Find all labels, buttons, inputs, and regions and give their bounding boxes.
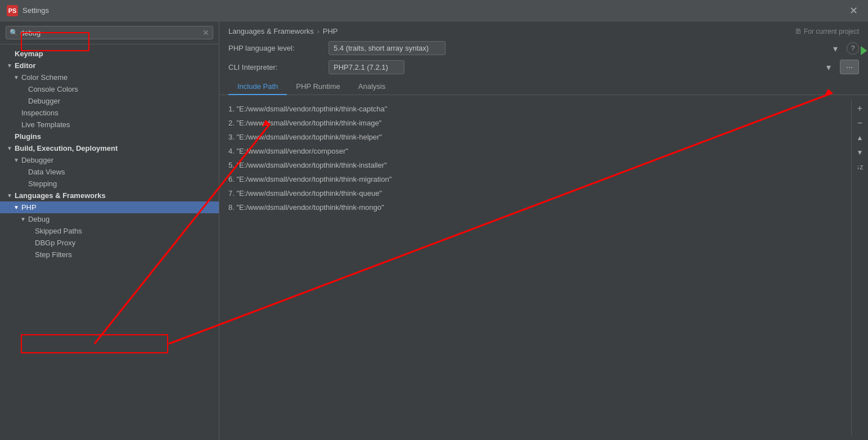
- cli-interpreter-label: CLI Interpreter:: [228, 63, 324, 71]
- include-path-item[interactable]: 2. "E:/www/dsmall/vendor/topthink/think-…: [219, 116, 851, 130]
- cli-interpreter-select[interactable]: PHP7.2.1 (7.2.1): [329, 60, 404, 74]
- sidebar-item-editor[interactable]: ▼ Editor: [0, 60, 219, 71]
- include-list-area: 1. "E:/www/dsmall/vendor/topthink/think-…: [219, 95, 868, 440]
- help-button[interactable]: ?: [847, 42, 859, 55]
- sidebar-tree: Keymap▼ Editor▼ Color SchemeConsole Colo…: [0, 44, 219, 440]
- include-path-item[interactable]: 8. "E:/www/dsmall/vendor/topthink/think-…: [219, 200, 851, 214]
- title-bar: PS Settings ✕: [0, 0, 868, 21]
- main-panel: Languages & Frameworks › PHP 🖹 For curre…: [219, 21, 868, 440]
- sidebar-item-debugger-build[interactable]: ▼ Debugger: [0, 154, 219, 166]
- for-project-label: For current project: [804, 28, 859, 35]
- remove-path-button[interactable]: −: [853, 116, 867, 130]
- sidebar-item-languages-frameworks[interactable]: ▼ Languages & Frameworks: [0, 190, 219, 201]
- sidebar-item-label-data-views: Data Views: [28, 168, 219, 176]
- sidebar-item-label-skipped-paths: Skipped Paths: [35, 227, 209, 235]
- panel-header: Languages & Frameworks › PHP 🖹 For curre…: [219, 21, 868, 95]
- tabs-row: Include PathPHP RuntimeAnalysis: [228, 79, 859, 95]
- close-button[interactable]: ✕: [846, 3, 861, 18]
- include-path-list: 1. "E:/www/dsmall/vendor/topthink/think-…: [219, 100, 851, 435]
- search-bar: 🔍 ✕: [0, 21, 219, 44]
- sidebar-item-label-build-execution: Build, Execution, Deployment: [15, 144, 219, 152]
- sidebar-item-live-templates[interactable]: Live Templates: [0, 119, 219, 131]
- sidebar-item-data-views[interactable]: Data Views: [0, 166, 219, 178]
- sidebar-item-label-step-filters: Step Filters: [35, 250, 219, 259]
- cli-interpreter-row: CLI Interpreter: PHP7.2.1 (7.2.1) ···: [228, 60, 859, 74]
- sidebar-item-color-scheme[interactable]: ▼ Color Scheme: [0, 71, 219, 83]
- include-path-item[interactable]: 6. "E:/www/dsmall/vendor/topthink/think-…: [219, 172, 851, 186]
- php-language-level-row: PHP language level: 5.4 (traits, short a…: [228, 41, 859, 55]
- breadcrumb-row: Languages & Frameworks › PHP 🖹 For curre…: [228, 27, 859, 35]
- breadcrumb-sep: ›: [317, 28, 320, 35]
- include-path-item[interactable]: 7. "E:/www/dsmall/vendor/topthink/think-…: [219, 186, 851, 200]
- include-path-item[interactable]: 4. "E:/www/dsmall/vendor/composer": [219, 144, 851, 158]
- sidebar-item-debugger-editor[interactable]: Debugger: [0, 95, 219, 107]
- app-icon: PS: [7, 5, 18, 16]
- sidebar-item-label-plugins: Plugins: [15, 132, 219, 141]
- include-path-item[interactable]: 3. "E:/www/dsmall/vendor/topthink/think-…: [219, 130, 851, 144]
- sidebar-item-label-editor: Editor: [15, 61, 219, 70]
- sidebar: 🔍 ✕ Keymap▼ Editor▼ Color SchemeConsole …: [0, 21, 219, 440]
- breadcrumb-part1: Languages & Frameworks: [228, 27, 314, 35]
- sidebar-item-build-execution[interactable]: ▼ Build, Execution, Deployment: [0, 142, 219, 154]
- tab-analysis[interactable]: Analysis: [349, 79, 394, 95]
- php-language-level-select-wrap: 5.4 (traits, short array syntax): [329, 41, 842, 55]
- move-down-button[interactable]: ▼: [853, 146, 867, 159]
- sidebar-item-label-languages-frameworks: Languages & Frameworks: [15, 191, 219, 200]
- include-path-item[interactable]: 5. "E:/www/dsmall/vendor/topthink/think-…: [219, 158, 851, 172]
- sidebar-item-label-debugger-editor: Debugger: [28, 97, 219, 105]
- sidebar-item-label-inspections: Inspections: [21, 109, 209, 117]
- sidebar-item-label-color-scheme: Color Scheme: [21, 73, 219, 82]
- sidebar-item-label-keymap: Keymap: [15, 50, 219, 58]
- sidebar-item-skipped-paths[interactable]: Skipped Paths⧉: [0, 225, 219, 237]
- move-up-button[interactable]: ▲: [853, 131, 867, 145]
- sidebar-item-plugins[interactable]: Plugins: [0, 131, 219, 142]
- sidebar-item-label-stepping: Stepping: [28, 179, 219, 188]
- sidebar-item-stepping[interactable]: Stepping: [0, 178, 219, 190]
- include-path-item[interactable]: 1. "E:/www/dsmall/vendor/topthink/think-…: [219, 102, 851, 116]
- sidebar-item-label-live-templates: Live Templates: [21, 120, 219, 129]
- for-current-project: 🖹 For current project: [795, 28, 859, 35]
- search-wrap: 🔍 ✕: [6, 26, 213, 39]
- sidebar-item-console-colors[interactable]: Console Colors: [0, 83, 219, 95]
- sidebar-item-php[interactable]: ▼ PHP⧉: [0, 201, 219, 213]
- php-language-level-label: PHP language level:: [228, 44, 324, 52]
- sidebar-item-label-dbgp-proxy: DBGp Proxy: [35, 239, 209, 247]
- add-path-button[interactable]: +: [853, 102, 867, 115]
- sidebar-item-inspections[interactable]: Inspections⧉: [0, 107, 219, 119]
- php-language-level-select[interactable]: 5.4 (traits, short array syntax): [329, 41, 446, 55]
- cli-interpreter-more-button[interactable]: ···: [840, 60, 859, 74]
- cli-interpreter-select-wrap: PHP7.2.1 (7.2.1): [329, 60, 835, 74]
- tab-include-path[interactable]: Include Path: [228, 79, 287, 95]
- list-actions: + − ▲ ▼ ↓z: [851, 100, 868, 435]
- tab-php-runtime[interactable]: PHP Runtime: [287, 79, 349, 95]
- sidebar-item-debug[interactable]: ▼ Debug⧉: [0, 213, 219, 225]
- sidebar-item-label-debugger-build: Debugger: [21, 156, 219, 164]
- window-title: Settings: [23, 6, 49, 15]
- project-icon: 🖹: [795, 28, 802, 35]
- title-bar-left: PS Settings: [7, 5, 49, 16]
- search-clear-button[interactable]: ✕: [203, 28, 209, 37]
- sidebar-item-keymap[interactable]: Keymap: [0, 48, 219, 60]
- content-area: 🔍 ✕ Keymap▼ Editor▼ Color SchemeConsole …: [0, 21, 868, 440]
- sidebar-item-label-console-colors: Console Colors: [28, 85, 219, 93]
- sidebar-item-label-debug: Debug: [28, 215, 209, 223]
- search-icon: 🔍: [10, 29, 18, 37]
- sidebar-item-label-php: PHP: [21, 203, 209, 212]
- sidebar-item-dbgp-proxy[interactable]: DBGp Proxy⧉: [0, 237, 219, 249]
- settings-window: PS Settings ✕ 🔍 ✕ Keymap▼ Editor▼ Color …: [0, 0, 868, 440]
- search-input[interactable]: [20, 29, 200, 37]
- breadcrumb-part2: PHP: [323, 27, 338, 35]
- sidebar-item-step-filters[interactable]: Step Filters: [0, 249, 219, 261]
- sort-button[interactable]: ↓z: [853, 160, 867, 174]
